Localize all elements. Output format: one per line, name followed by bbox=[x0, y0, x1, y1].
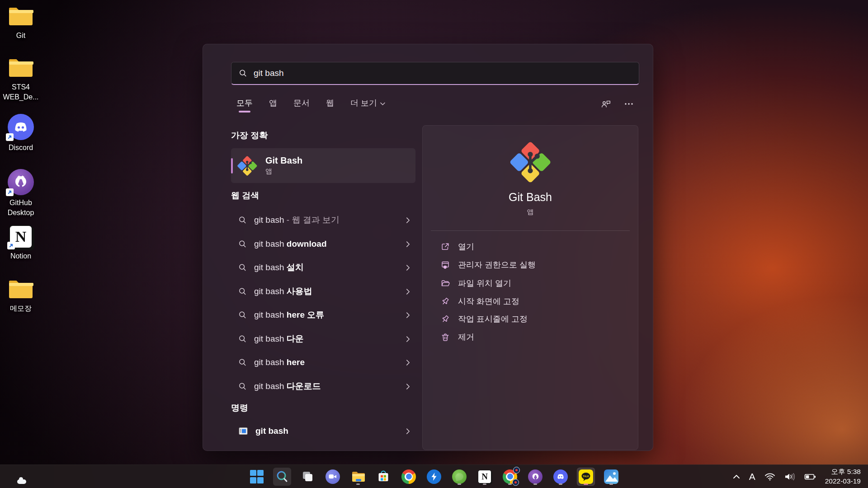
action-run-as-admin[interactable]: 관리자 권한으로 실행 bbox=[431, 256, 630, 274]
ime-indicator[interactable]: A bbox=[749, 471, 755, 482]
chrome-icon bbox=[401, 469, 416, 484]
lightning-app-button[interactable] bbox=[425, 468, 443, 486]
kakaotalk-button[interactable]: TALK bbox=[577, 468, 595, 486]
spring-leaf-icon bbox=[452, 469, 467, 484]
web-suggestion-row[interactable]: git bash 다운 bbox=[231, 329, 415, 348]
taskbar: N TALK bbox=[0, 465, 868, 488]
best-match-title: Git Bash bbox=[265, 155, 302, 166]
chevron-right-icon bbox=[406, 383, 410, 390]
search-icon bbox=[239, 69, 247, 78]
chevron-right-icon bbox=[406, 264, 410, 271]
kakaotalk-talk-label: TALK bbox=[583, 474, 589, 477]
tab-apps[interactable]: 앱 bbox=[269, 98, 277, 113]
github-icon bbox=[528, 469, 542, 484]
desktop-item-sts4[interactable]: STS4 WEB_De... bbox=[1, 57, 41, 102]
folder-icon bbox=[8, 5, 33, 28]
desktop-item-memo[interactable]: 메모장 bbox=[1, 278, 41, 314]
volume-icon[interactable] bbox=[784, 473, 795, 481]
web-suggestion-row[interactable]: git bash here 오류 bbox=[231, 305, 415, 324]
start-button[interactable] bbox=[248, 468, 266, 486]
desktop-item-notion[interactable]: N Notion bbox=[1, 225, 41, 261]
web-suggestion-row[interactable]: git bash 설치 bbox=[231, 258, 415, 277]
wifi-icon[interactable] bbox=[764, 473, 775, 481]
search-icon bbox=[238, 311, 247, 319]
file-explorer-button[interactable] bbox=[349, 468, 367, 486]
search-icon bbox=[238, 240, 247, 249]
windows-logo-icon bbox=[250, 470, 264, 483]
photos-button[interactable] bbox=[602, 468, 620, 486]
chevron-right-icon bbox=[406, 288, 410, 295]
spring-tool-button[interactable] bbox=[450, 468, 468, 486]
task-view-button[interactable] bbox=[298, 468, 316, 486]
search-input[interactable]: git bash bbox=[231, 62, 639, 85]
chevron-right-icon bbox=[406, 241, 410, 248]
desktop-item-git[interactable]: Git bbox=[1, 5, 41, 41]
action-open[interactable]: 열기 bbox=[431, 238, 630, 256]
tab-all[interactable]: 모두 bbox=[236, 98, 253, 113]
file-explorer-icon bbox=[351, 470, 365, 483]
desktop-item-github-desktop[interactable]: GitHub Desktop bbox=[1, 169, 41, 217]
pin-icon bbox=[441, 297, 450, 306]
search-icon bbox=[238, 358, 247, 367]
web-suggestion-row[interactable]: git bash here bbox=[231, 353, 415, 372]
cloud-icon bbox=[17, 479, 26, 484]
action-pin-to-taskbar[interactable]: 작업 표시줄에 고정 bbox=[431, 310, 630, 328]
chevron-down-icon bbox=[380, 99, 385, 108]
chat-icon bbox=[326, 469, 340, 484]
action-pin-to-start[interactable]: 시작 화면에 고정 bbox=[431, 292, 630, 310]
clock-time: 오후 5:38 bbox=[825, 467, 861, 476]
action-open-file-location[interactable]: 파일 위치 열기 bbox=[431, 274, 630, 292]
folder-open-icon bbox=[441, 279, 450, 288]
desktop-item-label: Notion bbox=[10, 251, 31, 261]
search-icon bbox=[275, 470, 289, 483]
discord-icon bbox=[8, 114, 34, 140]
github-desktop-button[interactable] bbox=[526, 468, 544, 486]
task-view-icon bbox=[301, 470, 314, 483]
chrome-button[interactable] bbox=[400, 468, 418, 486]
tab-web[interactable]: 웹 bbox=[326, 98, 334, 113]
discord-button[interactable] bbox=[552, 468, 570, 486]
photos-icon bbox=[604, 469, 618, 484]
battery-icon[interactable] bbox=[804, 473, 816, 481]
app-preview-card: Git Bash 앱 열기 관리자 권한으로 실행 파일 위치 열기 시작 화면… bbox=[422, 125, 638, 450]
github-icon bbox=[8, 169, 34, 195]
tray-expand-chevron-icon[interactable] bbox=[733, 474, 740, 479]
trash-icon bbox=[441, 333, 450, 342]
more-options-icon[interactable] bbox=[624, 99, 634, 110]
run-command-icon bbox=[238, 426, 248, 436]
weather-widget[interactable] bbox=[10, 469, 25, 484]
folder-icon bbox=[8, 57, 33, 80]
command-row-git-bash[interactable]: git bash bbox=[231, 422, 415, 441]
search-icon bbox=[238, 263, 247, 272]
best-match-item-git-bash[interactable]: Git Bash 앱 bbox=[231, 148, 415, 183]
desktop-item-discord[interactable]: Discord bbox=[1, 114, 41, 153]
web-suggestion-row[interactable]: git bash - 웹 결과 보기 bbox=[231, 211, 415, 230]
notion-button[interactable]: N bbox=[476, 468, 494, 486]
clock[interactable]: 오후 5:38 2022-03-19 bbox=[825, 467, 861, 485]
chrome-recorder-button[interactable] bbox=[501, 468, 519, 486]
feedback-icon[interactable] bbox=[601, 99, 611, 110]
desktop-item-label: 메모장 bbox=[10, 304, 32, 314]
shortcut-arrow-icon bbox=[7, 242, 15, 249]
desktop-item-label: STS4 WEB_De... bbox=[1, 82, 41, 102]
shortcut-arrow-icon bbox=[6, 188, 14, 196]
web-suggestion-row[interactable]: git bash 사용법 bbox=[231, 282, 415, 301]
desktop-item-label: Discord bbox=[9, 143, 33, 153]
search-filter-tabs: 모두 앱 문서 웹 더 보기 bbox=[236, 98, 385, 113]
tab-documents[interactable]: 문서 bbox=[293, 98, 310, 113]
preview-app-title: Git Bash bbox=[423, 191, 638, 204]
action-uninstall[interactable]: 제거 bbox=[431, 328, 630, 346]
web-suggestion-row[interactable]: git bash download bbox=[231, 235, 415, 253]
search-icon bbox=[238, 287, 247, 296]
taskbar-search-button[interactable] bbox=[273, 468, 291, 486]
best-match-heading: 가장 정확 bbox=[231, 130, 268, 141]
web-suggestion-row[interactable]: git bash 다운로드 bbox=[231, 377, 415, 396]
shortcut-arrow-icon bbox=[6, 133, 14, 141]
chat-button[interactable] bbox=[324, 468, 342, 486]
folder-icon bbox=[8, 278, 33, 301]
preview-app-subtitle: 앱 bbox=[423, 208, 638, 216]
microsoft-store-button[interactable] bbox=[374, 468, 392, 486]
tab-more[interactable]: 더 보기 bbox=[350, 98, 385, 113]
kakaotalk-icon: TALK bbox=[579, 469, 593, 484]
notion-icon: N bbox=[9, 225, 33, 249]
